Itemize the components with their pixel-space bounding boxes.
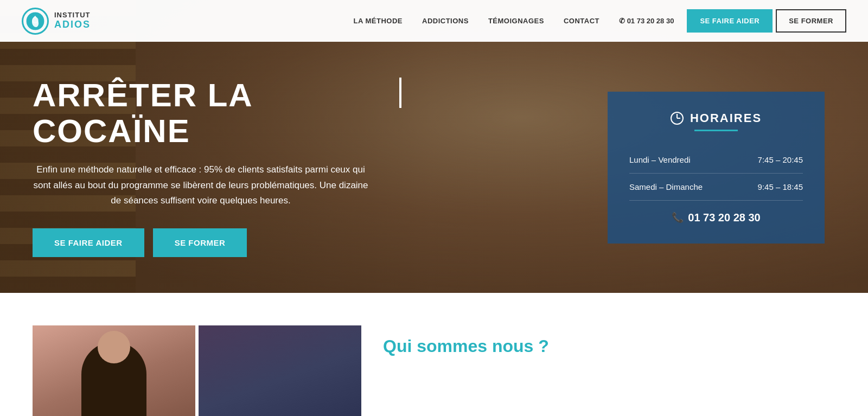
qui-sommes-nous-title: Qui sommes nous ?: [383, 336, 835, 356]
horaires-title: HORAIRES: [629, 111, 803, 125]
hero-subtitle: Enfin une méthode naturelle et efficace …: [33, 162, 369, 209]
nav-link-temoignages[interactable]: TÉMOIGNAGES: [478, 17, 554, 25]
hero-section: ARRÊTER LA COCAÏNE Enfin une méthode nat…: [0, 0, 868, 293]
nav-phone: ✆ 01 73 20 28 30: [609, 17, 684, 25]
nav-se-former-button[interactable]: SE FORMER: [776, 9, 846, 33]
logo-institute: INSTITUT: [54, 11, 91, 19]
horaires-title-text: HORAIRES: [690, 111, 762, 125]
horaires-weekend-label: Samedi – Dimanche: [629, 182, 703, 191]
logo-text: INSTITUT ADIOS: [54, 11, 91, 30]
right-content: Qui sommes nous ?: [383, 325, 835, 356]
nav-link-la-methode[interactable]: LA MÉTHODE: [344, 17, 412, 25]
hero-buttons: SE FAIRE AIDER SE FORMER: [33, 228, 401, 257]
hero-se-former-button[interactable]: SE FORMER: [153, 228, 247, 257]
horaires-weekday-hours: 7:45 – 20:45: [758, 155, 803, 164]
hero-content: ARRÊTER LA COCAÏNE Enfin une méthode nat…: [0, 0, 868, 293]
navbar: INSTITUT ADIOS LA MÉTHODE ADDICTIONS TÉM…: [0, 0, 868, 42]
nav-link-contact[interactable]: CONTACT: [554, 17, 609, 25]
horaires-underline: [694, 130, 738, 131]
horaires-row-weekend: Samedi – Dimanche 9:45 – 18:45: [629, 174, 803, 201]
photo-group-right: [199, 325, 361, 416]
hero-cursor: [399, 78, 401, 108]
horaires-phone-number: 01 73 20 28 30: [688, 212, 760, 224]
logo-link[interactable]: INSTITUT ADIOS: [22, 8, 91, 35]
horaires-phone[interactable]: 📞 01 73 20 28 30: [629, 212, 803, 224]
logo-adios: ADIOS: [54, 20, 91, 30]
horaires-row-weekday: Lundi – Vendredi 7:45 – 20:45: [629, 146, 803, 174]
photos-column: [33, 325, 361, 416]
horaires-card: HORAIRES Lundi – Vendredi 7:45 – 20:45 S…: [608, 92, 825, 244]
nav-se-faire-aider-button[interactable]: SE FAIRE AIDER: [687, 9, 773, 33]
horaires-weekday-label: Lundi – Vendredi: [629, 155, 691, 164]
bottom-section: Qui sommes nous ?: [0, 293, 868, 416]
hero-title-text: ARRÊTER LA COCAÏNE: [33, 78, 394, 149]
nav-link-addictions[interactable]: ADDICTIONS: [412, 17, 478, 25]
logo-icon: [22, 8, 49, 35]
clock-icon: [671, 112, 684, 125]
hero-left-column: ARRÊTER LA COCAÏNE Enfin une méthode nat…: [33, 78, 401, 258]
horaires-weekend-hours: 9:45 – 18:45: [758, 182, 803, 191]
hero-se-faire-aider-button[interactable]: SE FAIRE AIDER: [33, 228, 144, 257]
phone-icon: 📞: [672, 212, 684, 223]
hero-title: ARRÊTER LA COCAÏNE: [33, 78, 401, 149]
photo-person-left: [33, 325, 195, 416]
nav-links: LA MÉTHODE ADDICTIONS TÉMOIGNAGES CONTAC…: [344, 9, 846, 33]
